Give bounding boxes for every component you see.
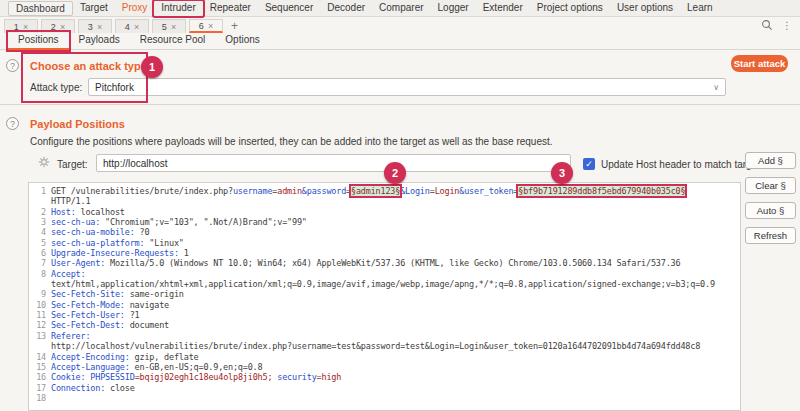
request-text: localhost [76,207,125,217]
menu-item-logger[interactable]: Logger [431,1,476,16]
close-tab-icon[interactable]: × [208,21,213,31]
line-content: Connection: close [46,383,135,393]
chevron-down-icon: ∨ [713,83,719,92]
request-editor[interactable]: 1GET /vulnerabilities/brute/index.php?us… [28,182,741,411]
request-text: Sec-Fetch-Dest: [51,320,125,330]
menu-item-target[interactable]: Target [73,1,115,16]
menu-item-extender[interactable]: Extender [476,1,530,16]
attack-tab-1[interactable]: 1× [4,19,38,33]
attack-tab-number: 4 [125,22,130,32]
line-content: Referer: [46,331,90,341]
line-number: 13 [29,331,46,341]
start-attack-button[interactable]: Start attack [731,55,788,72]
close-tab-icon[interactable]: × [97,22,102,32]
gear-icon[interactable] [38,156,50,168]
annotation-badge-2: 2 [384,162,406,184]
line-number: 10 [29,300,46,310]
button-refresh[interactable]: Refresh [745,227,796,244]
request-text: Upgrade-Insecure-Requests: [51,248,179,258]
attack-tab-3[interactable]: 3× [78,19,112,33]
menu-item-intruder[interactable]: Intruder [154,1,202,16]
request-text: sec-ch-ua-platform: [51,238,144,248]
line-content: sec-ch-ua: "Chromium";v="103", ".Not/A)B… [46,217,307,227]
request-text: Sec-Fetch-Site: [51,289,125,299]
menu-item-repeater[interactable]: Repeater [203,1,258,16]
line-content: GET /vulnerabilities/brute/index.php?use… [46,186,685,196]
request-line: http://localhost/vulnerabilities/brute/i… [29,341,740,351]
subtab-options[interactable]: Options [215,32,269,50]
request-text: =bqigj02egh1c18eu4olp8ji0h5; [135,372,273,382]
subtab-resource-pool[interactable]: Resource Pool [130,32,216,50]
request-line: 16Cookie: PHPSESSID=bqigj02egh1c18eu4olp… [29,372,740,382]
attack-tab-6[interactable]: 6× [189,19,223,33]
request-line: 11Sec-Fetch-User: ?1 [29,310,740,320]
request-line: 6Upgrade-Insecure-Requests: 1 [29,248,740,258]
line-number: 12 [29,320,46,330]
close-tab-icon[interactable]: × [171,22,176,32]
request-line: 17Connection: close [29,383,740,393]
request-text: PHPSESSID [90,372,134,382]
line-content: http://localhost/vulnerabilities/brute/i… [46,341,700,351]
request-text: Mozilla/5.0 (Windows NT 10.0; Win64; x64… [105,258,680,268]
request-text: password [307,186,346,196]
attack-tab-2[interactable]: 2× [41,19,75,33]
line-number: 11 [29,310,46,320]
subtab-payloads[interactable]: Payloads [69,32,130,50]
request-line: 1GET /vulnerabilities/brute/index.php?us… [29,186,740,196]
intruder-subtab-bar: PositionsPayloadsResource PoolOptions [0,33,800,50]
request-text: close [105,383,135,393]
request-text: ?0 [135,227,150,237]
menu-item-decoder[interactable]: Decoder [320,1,372,16]
line-content: Host: localhost [46,207,125,217]
settings-dots-icon[interactable]: ⋮ [782,20,792,31]
line-number [29,341,46,351]
request-text: Accept-Language: [51,362,130,372]
request-text: navigate [125,300,169,310]
annotation-badge-3: 3 [551,162,573,184]
burp-suite-window: DashboardTargetProxyIntruderRepeaterSequ… [0,0,800,411]
help-icon[interactable]: ? [6,59,19,72]
help-icon[interactable]: ? [6,117,19,130]
line-content: Sec-Fetch-Dest: document [46,320,169,330]
request-text: security [277,372,316,382]
subtab-positions[interactable]: Positions [8,32,69,50]
line-content: Accept-Encoding: gzip, deflate [46,352,199,362]
request-text: Cookie: [51,372,85,382]
attack-tab-4[interactable]: 4× [115,19,149,33]
payload-position-marker: §bf9b7191289ddb8f5ebd679940b035c0§ [518,186,685,196]
new-attack-tab-button[interactable]: + [231,19,238,33]
menu-item-user-options[interactable]: User options [610,1,680,16]
close-tab-icon[interactable]: × [60,22,65,32]
close-tab-icon[interactable]: × [23,22,28,32]
menu-item-project-options[interactable]: Project options [530,1,610,16]
close-tab-icon[interactable]: × [134,22,139,32]
request-text: http://localhost/vulnerabilities/brute/i… [51,341,700,351]
line-number: 17 [29,383,46,393]
target-input[interactable] [96,154,571,172]
line-number: 3 [29,217,46,227]
attack-tab-5[interactable]: 5× [152,19,186,33]
menu-item-comparer[interactable]: Comparer [372,1,430,16]
attack-type-select[interactable]: Pitchfork ∨ [88,78,726,96]
request-text: sec-ch-ua: [51,217,100,227]
button-add-section[interactable]: Add § [745,152,796,169]
button-auto-section[interactable]: Auto § [745,202,796,219]
request-text: HTTP/1.1 [51,196,90,206]
subtab-items: PositionsPayloadsResource PoolOptions [8,32,270,50]
request-line: 9Sec-Fetch-Site: same-origin [29,289,740,299]
request-text: same-origin [125,289,184,299]
request-line: 12Sec-Fetch-Dest: document [29,320,740,330]
update-host-checkbox[interactable]: ✓ [583,158,595,170]
button-clear-section[interactable]: Clear § [745,177,796,194]
menu-item-dashboard[interactable]: Dashboard [8,1,73,16]
menu-item-proxy[interactable]: Proxy [115,1,155,16]
payload-position-marker: §admin123§ [351,186,400,196]
attack-type-section-title: Choose an attack type [30,60,147,72]
search-icon[interactable] [761,19,773,31]
line-number: 1 [29,186,46,196]
attack-tab-number: 6 [199,21,204,31]
request-text: Accept: [51,269,85,279]
menu-item-learn[interactable]: Learn [680,1,720,16]
menu-item-sequencer[interactable]: Sequencer [258,1,320,16]
line-number: 16 [29,372,46,382]
